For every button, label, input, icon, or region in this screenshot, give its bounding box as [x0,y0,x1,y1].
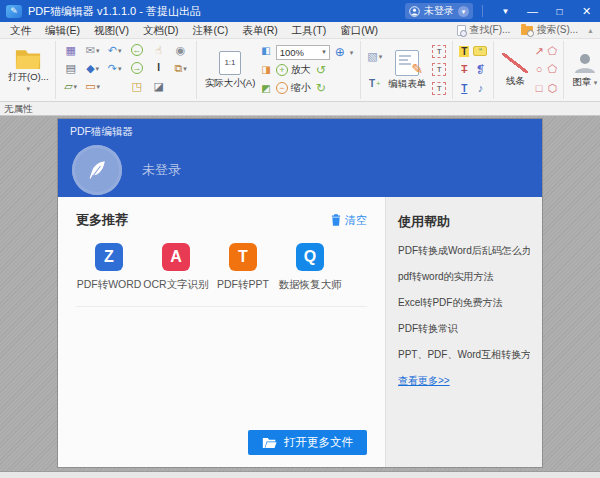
add-text-icon[interactable]: T [369,79,375,89]
user-login-badge[interactable]: 未登录 ▾ [405,3,473,19]
menu-view[interactable]: 视图(V) [87,22,136,38]
open-more-files-button[interactable]: 打开更多文件 [248,430,367,455]
new-doc-dropdown-icon[interactable]: ▾ [97,83,101,90]
find-icon [457,25,466,36]
export-doc-icon[interactable]: ▱ [64,81,72,92]
text-frame-edit-icon[interactable]: T [432,63,446,76]
fit-page-icon[interactable]: ◨ [261,65,270,75]
email-dropdown-icon[interactable]: ▾ [96,47,100,54]
edit-group: ▧▾ T+ ✎ 编辑表单 T T T [361,41,453,99]
rotate-cw-icon[interactable]: ↻ [316,81,326,95]
quick-tools-group: ▦ ✉▾ ↶▾ ← ☝ ◉ ▤ ◆▾ ↷▾ → I ⧉▾ ▱▾ ▭▾ ◳ ◪ [56,41,197,99]
comment-icon[interactable]: ❝ [473,46,487,56]
hexagon-shape-icon[interactable]: ⬡ [548,83,558,94]
menu-edit[interactable]: 编辑(E) [38,22,87,38]
trash-icon [331,214,341,226]
welcome-card: PDF猫编辑器 未登录 更多推荐 [58,119,542,467]
line-tool-button[interactable]: 线条 [498,53,532,88]
card-login-status[interactable]: 未登录 [142,161,181,179]
open-file-button[interactable]: 打开(O)... ▾ [2,41,56,99]
search-button[interactable]: 搜索(S)... [536,23,578,37]
avatar[interactable] [72,145,122,195]
select-object-icon[interactable]: ◳ [131,81,141,92]
zoom-out-button[interactable]: − 缩小 [276,81,311,95]
menu-window[interactable]: 窗口(W) [333,22,385,38]
square-shape-icon[interactable]: □ [536,83,543,94]
help-link[interactable]: PPT、PDF、Word互相转换方法 [398,348,530,362]
edit-object-dropdown-icon[interactable]: ▾ [379,53,383,60]
help-link[interactable]: Excel转PDF的免费方法 [398,296,530,310]
save-icon[interactable]: ▦ [65,45,75,56]
doc-search-icon[interactable]: ◪ [153,81,163,92]
app-list: Z PDF转WORD A OCR文字识别 T PDF转PPT Q 数据恢复大师 [76,243,367,292]
maximize-button[interactable]: □ [546,0,573,22]
arrow-shape-icon[interactable]: ↗ [534,46,543,57]
zoom-in-button[interactable]: + 放大 [276,63,311,77]
magnifier-icon[interactable]: ⊕ [335,45,345,59]
help-link[interactable]: pdf转word的实用方法 [398,270,530,284]
redo-dropdown-icon[interactable]: ▾ [118,65,122,72]
app-pdf-to-word[interactable]: Z PDF转WORD [76,243,142,292]
tray-button[interactable]: ▼ [492,0,519,22]
ink-stamp-dropdown-icon[interactable]: ▾ [96,65,100,72]
email-icon[interactable]: ✉ [86,45,95,56]
menubar-scroll-up-icon[interactable]: ▲ [587,27,594,34]
ink-stamp-icon[interactable]: ◆ [86,63,94,74]
hand-tool-icon[interactable]: ☝ [155,45,162,56]
zoom-level-select[interactable]: 100% ▾ [276,45,330,60]
title-bar: ✎ PDF猫编辑器 v1.1.1.0 - 菩提山出品 未登录 ▾ ▼ — □ ✕ [0,0,600,22]
highlight-text-icon[interactable]: T [459,46,469,57]
new-doc-icon[interactable]: ▭ [85,81,95,92]
help-more-link[interactable]: 查看更多>> [398,374,530,388]
undo-icon[interactable]: ↶ [108,45,117,56]
strikeout-text-icon[interactable]: T [461,64,467,75]
edit-object-icon[interactable]: ▧ [367,51,377,62]
search-icon [521,26,533,35]
menu-file[interactable]: 文件 [3,22,38,38]
pdf-to-ppt-icon: T [229,243,257,271]
undo-dropdown-icon[interactable]: ▾ [118,47,122,54]
help-link[interactable]: PDF转换常识 [398,322,530,336]
app-pdf-to-ppt[interactable]: T PDF转PPT [210,243,276,292]
stamp-button[interactable]: 图章 ▾ [568,52,600,89]
snapshot-icon[interactable]: ◉ [176,45,186,56]
user-dropdown-icon[interactable]: ▾ [458,6,469,17]
menu-document[interactable]: 文档(D) [136,22,186,38]
back-icon[interactable]: ← [131,44,143,56]
edit-form-button[interactable]: ✎ 编辑表单 [384,50,430,91]
pentagon-shape-icon[interactable]: ⬠ [548,64,558,75]
forward-icon[interactable]: → [131,62,143,74]
app-ocr[interactable]: A OCR文字识别 [143,243,209,292]
menu-form[interactable]: 表单(R) [235,22,285,38]
close-button[interactable]: ✕ [573,0,600,22]
text-frame-add-icon[interactable]: T [432,45,446,58]
print-icon[interactable]: ▤ [65,63,75,74]
paste-icon[interactable]: ⧉ [174,63,182,74]
fit-visible-icon[interactable]: ◩ [261,84,270,94]
app-data-recovery[interactable]: Q 数据恢复大师 [277,243,343,292]
export-dropdown-icon[interactable]: ▾ [74,83,78,90]
circle-shape-icon[interactable]: ○ [536,64,543,75]
underline-text-icon[interactable]: T [461,83,467,94]
polygon-shape-icon[interactable]: ⬠ [548,46,558,57]
user-status-label: 未登录 [424,4,454,18]
audio-comment-icon[interactable]: ♪ [478,83,484,94]
text-frame-delete-icon[interactable]: T [432,82,446,95]
minimize-button[interactable]: — [519,0,546,22]
magnifier-dropdown-icon[interactable]: ▾ [350,49,354,56]
help-title: 使用帮助 [398,213,530,231]
fit-width-icon[interactable]: ◧ [261,46,270,56]
paste-dropdown-icon[interactable]: ▾ [183,65,187,72]
attachment-icon[interactable]: ❡ [476,64,485,75]
menu-annotate[interactable]: 注释(C) [186,22,236,38]
find-button[interactable]: 查找(F)... [469,23,510,37]
redo-icon[interactable]: ↷ [108,63,117,74]
actual-size-button[interactable]: 1:1 实际大小(A) [201,51,260,90]
menu-tools[interactable]: 工具(T) [285,22,333,38]
card-header: PDF猫编辑器 未登录 [58,119,542,197]
rotate-ccw-icon[interactable]: ↺ [316,63,326,77]
help-link[interactable]: PDF转换成Word后乱码怎么办 [398,244,530,258]
clear-button[interactable]: 清空 [331,213,367,228]
open-dropdown-icon[interactable]: ▾ [27,85,31,92]
text-select-icon[interactable]: I [157,63,160,73]
